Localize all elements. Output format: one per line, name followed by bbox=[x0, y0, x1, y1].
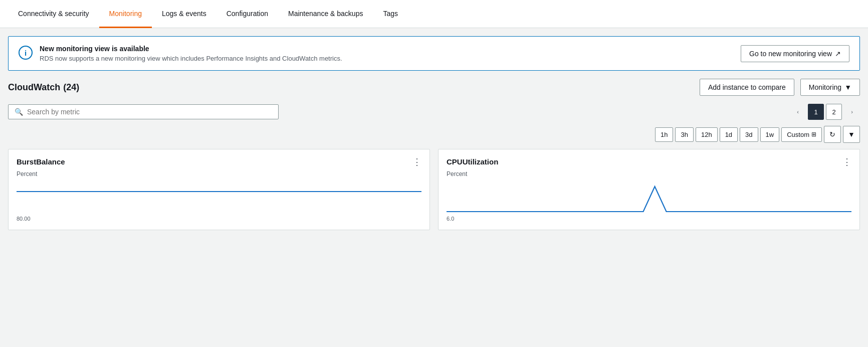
time-12h-button[interactable]: 12h bbox=[696, 127, 718, 142]
next-page-button[interactable]: › bbox=[844, 104, 860, 120]
monitoring-dropdown-button[interactable]: Monitoring ▼ bbox=[800, 79, 860, 96]
cpu-utilization-card: CPUUtilization ⋮ Percent 6.0 bbox=[438, 149, 860, 230]
time-filter-row: 1h 3h 12h 1d 3d 1w Custom ⊞ ↻ ▼ bbox=[8, 126, 860, 143]
refresh-button[interactable]: ↻ bbox=[824, 126, 841, 143]
monitoring-label: Monitoring bbox=[809, 83, 841, 91]
time-1h-button[interactable]: 1h bbox=[655, 127, 673, 142]
tab-connectivity[interactable]: Connectivity & security bbox=[8, 0, 99, 28]
cpu-utilization-menu-icon[interactable]: ⋮ bbox=[842, 157, 851, 166]
burst-balance-svg bbox=[17, 182, 421, 217]
tab-logs[interactable]: Logs & events bbox=[152, 0, 216, 28]
cloudwatch-section: CloudWatch (24) Add instance to compare … bbox=[0, 79, 868, 238]
time-3d-label: 3d bbox=[745, 131, 752, 138]
refresh-icon: ↻ bbox=[829, 130, 835, 138]
search-bar[interactable]: 🔍 bbox=[8, 104, 279, 119]
page-1-label: 1 bbox=[814, 108, 817, 116]
tab-tags[interactable]: Tags bbox=[373, 0, 408, 28]
time-1d-label: 1d bbox=[725, 131, 732, 138]
burst-balance-chart-area: 80.00 bbox=[17, 182, 421, 222]
cpu-utilization-chart-area: 6.0 bbox=[447, 182, 851, 222]
page-1-button[interactable]: 1 bbox=[808, 104, 824, 120]
main-content: i New monitoring view is available RDS n… bbox=[0, 36, 868, 238]
go-to-monitoring-button[interactable]: Go to new monitoring view ↗ bbox=[741, 45, 849, 62]
add-instance-label: Add instance to compare bbox=[708, 83, 786, 91]
tab-monitoring[interactable]: Monitoring bbox=[99, 0, 152, 28]
tab-bar: Connectivity & securityMonitoringLogs & … bbox=[0, 0, 868, 28]
page-2-label: 2 bbox=[832, 108, 835, 116]
time-custom-label: Custom bbox=[787, 131, 809, 138]
burst-balance-header: BurstBalance ⋮ bbox=[17, 157, 421, 166]
cloudwatch-title-group: CloudWatch (24) bbox=[8, 82, 79, 93]
time-12h-label: 12h bbox=[701, 131, 712, 138]
cloudwatch-title: CloudWatch bbox=[8, 82, 60, 93]
info-banner: i New monitoring view is available RDS n… bbox=[8, 36, 860, 71]
calendar-icon: ⊞ bbox=[811, 131, 816, 138]
time-1w-button[interactable]: 1w bbox=[760, 127, 780, 142]
chart-options-dropdown-button[interactable]: ▼ bbox=[843, 126, 860, 143]
burst-balance-value: 80.00 bbox=[17, 216, 31, 222]
banner-title: New monitoring view is available bbox=[40, 45, 342, 53]
search-icon: 🔍 bbox=[15, 108, 23, 116]
time-3h-label: 3h bbox=[681, 131, 688, 138]
cpu-utilization-y-label: Percent bbox=[447, 170, 851, 178]
tab-configuration[interactable]: Configuration bbox=[216, 0, 278, 28]
cpu-utilization-value: 6.0 bbox=[447, 216, 454, 222]
cloudwatch-header: CloudWatch (24) Add instance to compare … bbox=[8, 79, 860, 96]
banner-left: i New monitoring view is available RDS n… bbox=[19, 45, 342, 62]
cpu-utilization-header: CPUUtilization ⋮ bbox=[447, 157, 851, 166]
add-instance-button[interactable]: Add instance to compare bbox=[700, 79, 794, 96]
burst-balance-y-label: Percent bbox=[17, 170, 421, 178]
time-3h-button[interactable]: 3h bbox=[675, 127, 693, 142]
charts-grid: BurstBalance ⋮ Percent 80.00 CPUUtilizat… bbox=[8, 149, 860, 230]
prev-arrow-icon: ‹ bbox=[797, 109, 799, 115]
go-to-label: Go to new monitoring view bbox=[749, 50, 832, 58]
burst-balance-menu-icon[interactable]: ⋮ bbox=[412, 157, 421, 166]
tab-maintenance[interactable]: Maintenance & backups bbox=[278, 0, 373, 28]
info-icon: i bbox=[19, 46, 33, 60]
chevron-down-icon: ▼ bbox=[844, 83, 851, 91]
time-custom-button[interactable]: Custom ⊞ bbox=[781, 127, 822, 142]
prev-page-button[interactable]: ‹ bbox=[790, 104, 806, 120]
time-3d-button[interactable]: 3d bbox=[740, 127, 758, 142]
time-1w-label: 1w bbox=[766, 131, 774, 138]
cloudwatch-actions: Add instance to compare Monitoring ▼ bbox=[700, 79, 860, 96]
time-1h-label: 1h bbox=[661, 131, 668, 138]
external-link-icon: ↗ bbox=[835, 50, 841, 58]
page-2-button[interactable]: 2 bbox=[826, 104, 842, 120]
pagination: ‹ 1 2 › bbox=[790, 104, 860, 120]
search-row: 🔍 ‹ 1 2 › bbox=[8, 104, 860, 120]
cpu-utilization-svg bbox=[447, 182, 851, 217]
burst-balance-title: BurstBalance bbox=[17, 157, 65, 166]
next-arrow-icon: › bbox=[851, 109, 853, 115]
cpu-utilization-title: CPUUtilization bbox=[447, 157, 498, 166]
cloudwatch-count: (24) bbox=[63, 82, 79, 93]
burst-balance-card: BurstBalance ⋮ Percent 80.00 bbox=[8, 149, 430, 230]
banner-text: New monitoring view is available RDS now… bbox=[40, 45, 342, 62]
time-1d-button[interactable]: 1d bbox=[720, 127, 738, 142]
chevron-down-icon: ▼ bbox=[848, 130, 855, 138]
banner-description: RDS now supports a new monitoring view w… bbox=[40, 55, 342, 62]
search-input[interactable] bbox=[27, 108, 272, 116]
